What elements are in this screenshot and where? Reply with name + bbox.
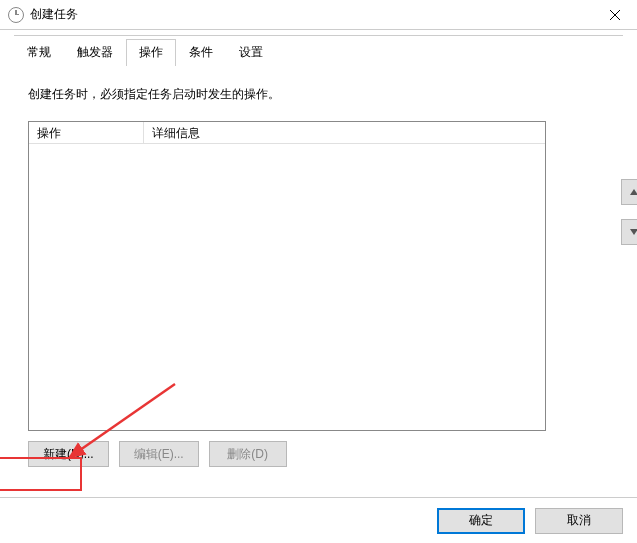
dialog-footer: 确定 取消 (0, 497, 637, 543)
svg-marker-3 (630, 229, 637, 235)
column-action[interactable]: 操作 (29, 122, 144, 143)
svg-marker-2 (630, 189, 637, 195)
edit-button[interactable]: 编辑(E)... (119, 441, 199, 467)
move-down-button[interactable] (621, 219, 637, 245)
close-button[interactable] (592, 0, 637, 30)
triangle-up-icon (630, 189, 637, 195)
ok-button[interactable]: 确定 (437, 508, 525, 534)
tab-actions[interactable]: 操作 (126, 39, 176, 66)
clock-icon (8, 7, 24, 23)
move-up-button[interactable] (621, 179, 637, 205)
tab-general[interactable]: 常规 (14, 39, 64, 66)
tab-conditions[interactable]: 条件 (176, 39, 226, 66)
table-header: 操作 详细信息 (29, 122, 545, 144)
tab-underline (14, 35, 623, 36)
tab-triggers[interactable]: 触发器 (64, 39, 126, 66)
title-bar: 创建任务 (0, 0, 637, 30)
actions-panel: 创建任务时，必须指定任务启动时发生的操作。 操作 详细信息 新建(N)... 编… (0, 66, 637, 497)
close-icon (610, 10, 620, 20)
cancel-button[interactable]: 取消 (535, 508, 623, 534)
column-details[interactable]: 详细信息 (144, 122, 545, 143)
tab-settings[interactable]: 设置 (226, 39, 276, 66)
actions-table[interactable]: 操作 详细信息 (28, 121, 546, 431)
triangle-down-icon (630, 229, 637, 235)
window-title: 创建任务 (30, 6, 78, 23)
panel-description: 创建任务时，必须指定任务启动时发生的操作。 (28, 86, 609, 103)
new-button[interactable]: 新建(N)... (28, 441, 109, 467)
delete-button[interactable]: 删除(D) (209, 441, 287, 467)
